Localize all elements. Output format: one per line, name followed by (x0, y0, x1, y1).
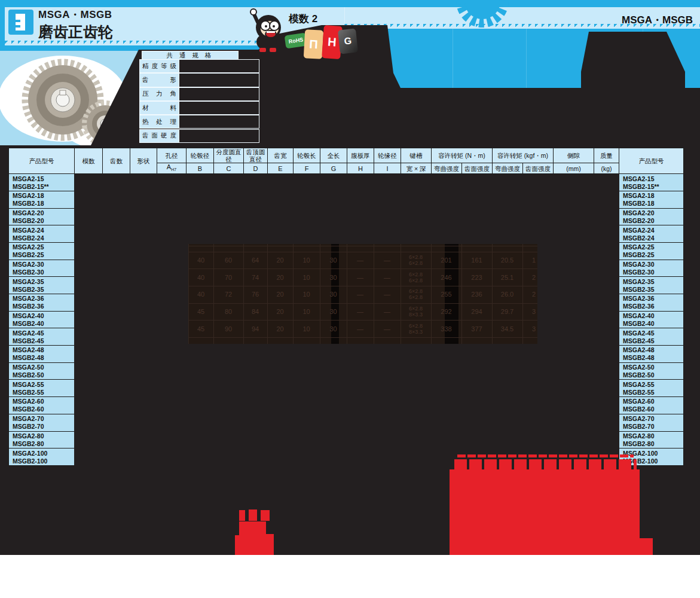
faint-value: 10 (293, 303, 320, 321)
product-cell-left: MSGA2-30MSGB2-30 (9, 260, 75, 277)
faint-value: 45 (188, 303, 213, 321)
col-bore: 孔径 (157, 148, 187, 163)
sub-bend-nm: 弯曲强度 (432, 163, 462, 174)
red-note-text-line (454, 459, 637, 469)
col-hub-dia: 轮毂径 (187, 148, 214, 163)
sub-g: G (320, 163, 347, 174)
spec-value-obscured (179, 59, 259, 73)
spec-label: 齿面硬度 (139, 129, 179, 143)
faint-value: — (374, 252, 401, 269)
col-module: 模数 (75, 148, 103, 174)
sub-backlash-unit: (mm) (554, 163, 594, 174)
page-title: 磨齿正齿轮 (38, 22, 113, 42)
col-hub-length: 轮毂长 (294, 148, 320, 163)
spec-row: 压力角 (139, 87, 259, 101)
faint-value: 26.0 (492, 286, 522, 303)
product-cell-left: MSGA2-25MSGB2-25 (9, 242, 75, 260)
faint-value: 10 (293, 320, 320, 337)
catalog-page: MSGA・MSGB 磨齿正齿轮 模数 2 MSGA・MSGB RoHS Π H … (0, 0, 700, 598)
spec-label: 材料 (139, 101, 179, 115)
faint-value: 74 (243, 269, 267, 286)
page-title-block: MSGA・MSGB 磨齿正齿轮 (38, 8, 113, 42)
heat-glyph: H (327, 35, 337, 50)
col-teeth: 齿数 (103, 148, 130, 174)
product-cell-left: MSGA2-100MSGB2-100 (9, 448, 75, 466)
band-seam (526, 29, 527, 88)
faint-value: — (347, 320, 374, 337)
spec-row: 齿面硬度 (139, 129, 259, 143)
red-note-block (450, 469, 640, 555)
red-stamp-mark (249, 509, 257, 521)
faint-value: 72 (213, 286, 243, 303)
black-blob-right (581, 32, 685, 148)
product-cell-left: MSGA2-35MSGB2-35 (9, 277, 75, 294)
product-cell-left: MSGA2-24MSGB2-24 (9, 225, 75, 243)
faint-value: 338 (431, 320, 461, 337)
sub-d: D (244, 163, 268, 174)
faint-value: 20 (267, 286, 293, 303)
sub-f: F (294, 163, 320, 174)
series-logo (8, 10, 33, 35)
spec-value-obscured (179, 87, 259, 101)
col-total-length: 全长 (320, 148, 347, 163)
series-code-right: MSGA・MSGB (622, 13, 693, 27)
sub-h: H (347, 163, 374, 174)
faint-value: 255 (431, 286, 461, 303)
faint-value: 6×2.88×3.3 (401, 320, 431, 337)
faint-value: 94 (243, 320, 267, 337)
faint-value: 45 (188, 320, 213, 337)
faint-value: 30 (320, 286, 347, 303)
product-cell-left: MSGA2-50MSGB2-50 (9, 362, 75, 380)
faint-value: 294 (461, 303, 492, 321)
product-cell-left: MSGA2-60MSGB2-60 (9, 397, 75, 414)
product-cell-right: MSGA2-50MSGB2-50 (619, 362, 684, 380)
sub-surface-nm: 齿面强度 (462, 163, 493, 174)
faint-value: 20 (267, 303, 293, 321)
grind-glyph: Π (309, 37, 319, 51)
spec-label: 热处理 (139, 115, 179, 129)
faint-value: 6×2.86×2.8 (401, 252, 431, 269)
gear-silhouette (451, 0, 513, 31)
product-cell-right: MSGA2-55MSGB2-55 (619, 380, 684, 397)
faint-value: 20 (267, 269, 293, 286)
red-note-block-foot (634, 538, 653, 555)
product-cell-left: MSGA2-18MSGB2-18 (9, 191, 75, 208)
faint-value: 10 (293, 252, 320, 269)
col-torque-nm: 容许转矩 (N・m) (432, 148, 493, 163)
table-header: 产品型号 模数 齿数 形状 孔径 轮毂径 分度圆直径 齿顶圆直径 齿宽 轮毂长 … (9, 148, 684, 174)
faint-value: 10 (293, 269, 320, 286)
col-face-width: 齿宽 (268, 148, 294, 163)
col-backlash: 侧隙 (554, 148, 594, 163)
col-shape: 形状 (130, 148, 157, 174)
faint-value: 60 (213, 252, 243, 269)
gear-profile-icon (8, 10, 33, 35)
product-cell-right: MSGA2-15MSGB2-15** (619, 174, 684, 191)
faint-value: 40 (188, 269, 213, 286)
sub-i: I (374, 163, 401, 174)
band-seam (453, 29, 453, 88)
faint-value: — (347, 252, 374, 269)
spec-label: 齿形 (139, 73, 179, 87)
faint-value: 40 (188, 252, 213, 269)
sub-c: C (214, 163, 244, 174)
product-cell-left: MSGA2-55MSGB2-55 (9, 380, 75, 397)
faint-value: 236 (461, 286, 492, 303)
faint-value: 3 (522, 303, 537, 321)
col-keyway: 键槽 (401, 148, 432, 163)
product-cell-right: MSGA2-45MSGB2-45 (619, 328, 684, 346)
faint-value: 10 (293, 286, 320, 303)
product-cell-right: MSGA2-30MSGB2-30 (619, 260, 684, 277)
spec-row: 材料 (139, 101, 259, 115)
col-product-right: 产品型号 (619, 148, 684, 174)
faint-value: — (374, 320, 401, 337)
faint-value: 70 (213, 269, 243, 286)
product-cell-right: MSGA2-48MSGB2-48 (619, 346, 684, 363)
product-cell-right: MSGA2-24MSGB2-24 (619, 225, 684, 243)
faint-value: 30 (320, 269, 347, 286)
product-cell-left: MSGA2-45MSGB2-45 (9, 328, 75, 346)
product-cell-right: MSGA2-20MSGB2-20 (619, 208, 684, 225)
faint-value: 25.1 (492, 269, 522, 286)
product-cell-right: MSGA2-36MSGB2-36 (619, 294, 684, 312)
product-cell-left: MSGA2-40MSGB2-40 (9, 311, 75, 328)
faint-value: 76 (243, 286, 267, 303)
